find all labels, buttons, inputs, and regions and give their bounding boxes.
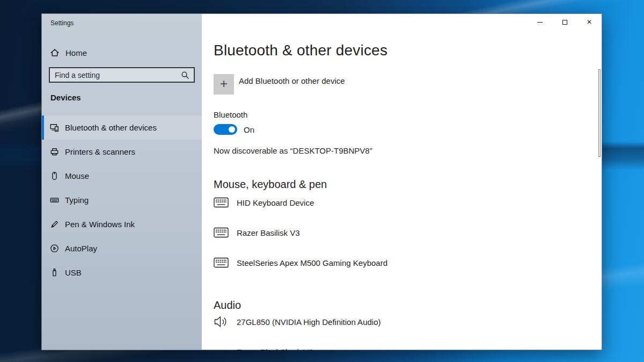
home-icon (50, 48, 60, 57)
bluetooth-toggle[interactable] (214, 124, 237, 135)
minimize-icon (537, 22, 543, 23)
sidebar-item-autoplay[interactable]: AutoPlay (42, 236, 202, 260)
pen-icon (50, 220, 59, 229)
sidebar-item-usb[interactable]: USB (42, 260, 202, 285)
search-icon[interactable] (181, 71, 189, 79)
minimize-button[interactable] (528, 14, 552, 30)
bluetooth-label: Bluetooth (214, 110, 247, 119)
sidebar-item-printers-scanners[interactable]: Printers & scanners (42, 140, 202, 164)
sidebar-item-label: Mouse (65, 171, 89, 180)
device-name: Razer Basilisk V3 (237, 228, 300, 237)
page-title: Bluetooth & other devices (214, 42, 387, 59)
device-row[interactable]: SteelSeries Apex M500 Gaming Keyboard (214, 257, 387, 268)
device-row[interactable]: 27GL850 (NVIDIA High Definition Audio) (214, 314, 380, 330)
sidebar-item-label: Typing (65, 196, 89, 205)
keyboard-icon (214, 197, 229, 208)
main-pane: ✕ Bluetooth & other devices + Add Blueto… (202, 14, 602, 350)
search-box[interactable] (49, 67, 195, 83)
search-input[interactable] (50, 71, 181, 79)
device-name: Razer BlackShark V2 (237, 348, 398, 351)
section-title-audio: Audio (214, 299, 241, 312)
settings-window: Settings Home Devices Bluetooth & other … (41, 13, 602, 350)
sidebar-item-label: Bluetooth & other devices (65, 123, 157, 132)
sidebar-item-mouse[interactable]: Mouse (42, 164, 202, 188)
sidebar-item-typing[interactable]: Typing (42, 188, 202, 212)
sidebar-section-title: Devices (50, 93, 81, 102)
maximize-icon (562, 20, 567, 25)
device-name: HID Keyboard Device (237, 198, 314, 207)
vertical-scrollbar-thumb[interactable] (598, 69, 601, 157)
main-content: Bluetooth & other devices + Add Bluetoot… (214, 14, 580, 350)
sidebar-item-bluetooth-other-devices[interactable]: Bluetooth & other devices (42, 115, 202, 140)
speaker-icon (214, 314, 231, 330)
sidebar-item-home[interactable]: Home (42, 44, 202, 62)
toggle-knob (229, 126, 235, 133)
add-bluetooth-label: Add Bluetooth or other device (239, 76, 345, 95)
maximize-button[interactable] (552, 14, 577, 30)
sidebar-item-label: AutoPlay (65, 244, 97, 253)
sidebar-item-label: Pen & Windows Ink (65, 220, 135, 229)
device-row[interactable]: HID Keyboard Device (214, 197, 314, 208)
sidebar-item-pen-windows-ink[interactable]: Pen & Windows Ink (42, 212, 202, 236)
keyboard-icon (50, 196, 59, 205)
close-icon: ✕ (587, 19, 592, 25)
sidebar-item-label: Home (65, 48, 87, 57)
sidebar: Settings Home Devices Bluetooth & other … (42, 14, 202, 350)
close-button[interactable]: ✕ (577, 14, 602, 30)
section-title-mouse-keyboard-pen: Mouse, keyboard & pen (214, 178, 327, 191)
add-bluetooth-button[interactable]: + Add Bluetooth or other device (214, 74, 345, 95)
keyboard-icon (214, 227, 229, 238)
app-title: Settings (50, 19, 74, 27)
usb-icon (50, 268, 59, 277)
sidebar-nav: Bluetooth & other devices Printers & sca… (42, 115, 202, 285)
toggle-state-label: On (244, 125, 254, 134)
sidebar-item-label: Printers & scanners (65, 147, 135, 156)
device-row-clipped[interactable]: Razer BlackShark V2 (237, 348, 398, 351)
device-name: 27GL850 (NVIDIA High Definition Audio) (237, 317, 380, 327)
titlebar-controls: ✕ (528, 14, 602, 30)
bluetooth-toggle-row: On (214, 124, 254, 135)
mouse-icon (50, 171, 59, 180)
keyboard-icon (214, 257, 229, 268)
devices-icon (50, 123, 59, 132)
printer-icon (50, 147, 59, 156)
device-row[interactable]: Razer Basilisk V3 (214, 227, 300, 238)
plus-icon: + (214, 74, 234, 95)
discoverable-text: Now discoverable as “DESKTOP-T9BNPV8” (214, 146, 372, 155)
autoplay-icon (50, 244, 59, 253)
device-name: SteelSeries Apex M500 Gaming Keyboard (237, 258, 387, 267)
sidebar-item-label: USB (65, 268, 82, 277)
